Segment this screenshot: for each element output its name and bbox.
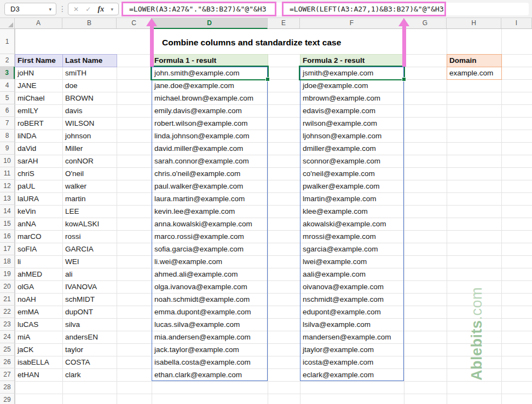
fill-handle-f3[interactable] xyxy=(402,77,406,81)
enter-icon[interactable]: ✓ xyxy=(85,5,91,13)
cell-b5[interactable]: BROWN xyxy=(63,92,118,104)
cell-b27[interactable]: clark xyxy=(63,368,118,381)
cell-a26[interactable]: isabELLA xyxy=(15,356,64,368)
header-last-name[interactable]: Last Name xyxy=(62,54,117,67)
name-box-dropdown-icon[interactable]: ▾ xyxy=(49,7,51,12)
column-header-d[interactable]: D xyxy=(152,18,268,29)
cell-a11[interactable]: chriS xyxy=(15,167,64,180)
cell-a23[interactable]: luCAS xyxy=(15,318,64,331)
cell-b10[interactable]: conNOR xyxy=(63,155,118,167)
cell-domain-value[interactable]: example.com xyxy=(447,67,502,80)
cell-a22[interactable]: emMA xyxy=(15,306,64,318)
column-header-b[interactable]: B xyxy=(62,18,117,29)
row-header-23[interactable]: 23 xyxy=(0,318,15,331)
row-header-18[interactable]: 18 xyxy=(0,255,15,268)
row-header-21[interactable]: 21 xyxy=(0,293,15,306)
row-header-13[interactable]: 13 xyxy=(0,192,15,205)
cell-a3[interactable]: joHN xyxy=(15,67,64,79)
cell-a24[interactable]: miA xyxy=(15,331,64,343)
row-header-19[interactable]: 19 xyxy=(0,268,15,280)
cell-b4[interactable]: doe xyxy=(63,79,118,92)
cell-b21[interactable]: schMIDT xyxy=(63,293,118,306)
cell-a14[interactable]: keVin xyxy=(15,205,64,218)
sheet-title-cell[interactable]: Combine columns and standardize text cas… xyxy=(152,29,414,54)
column-header-g[interactable]: G xyxy=(404,18,447,29)
row-header-11[interactable]: 11 xyxy=(0,167,15,180)
row-header-5[interactable]: 5 xyxy=(0,92,15,104)
cell-a5[interactable]: miChael xyxy=(15,92,64,104)
row-header-10[interactable]: 10 xyxy=(0,155,15,167)
cancel-icon[interactable]: ✕ xyxy=(73,5,79,13)
cell-b9[interactable]: Miller xyxy=(63,142,118,155)
row-header-7[interactable]: 7 xyxy=(0,117,15,130)
column-header-e[interactable]: E xyxy=(268,18,300,29)
cell-b7[interactable]: WILSON xyxy=(63,117,118,130)
row-header-15[interactable]: 15 xyxy=(0,218,15,230)
cell-b3[interactable]: smiTH xyxy=(63,67,118,79)
cell-b6[interactable]: davis xyxy=(63,104,118,117)
cell-a12[interactable]: paUL xyxy=(15,180,64,192)
cell-b24[interactable]: andersEN xyxy=(63,331,118,343)
column-header-i[interactable]: I xyxy=(501,18,532,29)
cell-a6[interactable]: emILY xyxy=(15,104,64,117)
row-header-28[interactable]: 28 xyxy=(0,381,15,394)
row-header-2[interactable]: 2 xyxy=(0,54,15,67)
cell-a18[interactable]: li xyxy=(15,255,64,268)
cell-a20[interactable]: olGA xyxy=(15,280,64,293)
cell-a16[interactable]: marCO xyxy=(15,230,64,243)
column-header-h[interactable]: H xyxy=(447,18,501,29)
cell-b12[interactable]: walker xyxy=(63,180,118,192)
cell-a27[interactable]: etHAN xyxy=(15,368,64,381)
cell-b13[interactable]: martin xyxy=(63,192,118,205)
row-header-8[interactable]: 8 xyxy=(0,130,15,142)
cell-a7[interactable]: roBERT xyxy=(15,117,64,130)
insert-function-icon[interactable]: fx xyxy=(98,5,105,14)
header-domain[interactable]: Domain xyxy=(447,54,502,67)
cell-b17[interactable]: GARCIA xyxy=(63,243,118,255)
cell-b11[interactable]: O'neil xyxy=(63,167,118,180)
row-header-26[interactable]: 26 xyxy=(0,356,15,368)
cell-a25[interactable]: jaCK xyxy=(15,343,64,356)
cell-a10[interactable]: sarAH xyxy=(15,155,64,167)
column-header-a[interactable]: A xyxy=(15,18,62,29)
cell-a9[interactable]: daVid xyxy=(15,142,64,155)
cell-b23[interactable]: silva xyxy=(63,318,118,331)
grip-dots-icon[interactable]: ⋮ xyxy=(59,4,66,13)
row-header-25[interactable]: 25 xyxy=(0,343,15,356)
cell-b25[interactable]: taylor xyxy=(63,343,118,356)
cell-b20[interactable]: IVANOVA xyxy=(63,280,118,293)
row-header-24[interactable]: 24 xyxy=(0,331,15,343)
row-header-3[interactable]: 3 xyxy=(0,67,15,79)
row-header-14[interactable]: 14 xyxy=(0,205,15,218)
cell-b15[interactable]: kowALSKI xyxy=(63,218,118,230)
cell-a4[interactable]: JANE xyxy=(15,79,64,92)
fx-dropdown-icon[interactable]: ▾ xyxy=(111,7,113,12)
cell-a21[interactable]: noAH xyxy=(15,293,64,306)
select-all-button[interactable] xyxy=(0,18,15,29)
cell-a13[interactable]: laURA xyxy=(15,192,64,205)
cell-a19[interactable]: ahMED xyxy=(15,268,64,280)
row-header-9[interactable]: 9 xyxy=(0,142,15,155)
row-header-6[interactable]: 6 xyxy=(0,104,15,117)
cell-b18[interactable]: WEI xyxy=(63,255,118,268)
cell-b16[interactable]: rossi xyxy=(63,230,118,243)
cell-b26[interactable]: COSTA xyxy=(63,356,118,368)
cell-b19[interactable]: ali xyxy=(63,268,118,280)
row-header-4[interactable]: 4 xyxy=(0,79,15,92)
header-first-name[interactable]: First Name xyxy=(15,54,63,67)
row-header-16[interactable]: 16 xyxy=(0,230,15,243)
cell-b22[interactable]: dupONT xyxy=(63,306,118,318)
row-header-1[interactable]: 1 xyxy=(0,29,15,54)
cell-a17[interactable]: soFIA xyxy=(15,243,64,255)
row-header-29[interactable]: 29 xyxy=(0,394,15,404)
cell-a15[interactable]: anNA xyxy=(15,218,64,230)
column-header-f[interactable]: F xyxy=(300,18,404,29)
row-header-22[interactable]: 22 xyxy=(0,306,15,318)
row-header-27[interactable]: 27 xyxy=(0,368,15,381)
cell-a8[interactable]: liNDA xyxy=(15,130,64,142)
row-header-20[interactable]: 20 xyxy=(0,280,15,293)
cell-b8[interactable]: johnson xyxy=(63,130,118,142)
row-header-17[interactable]: 17 xyxy=(0,243,15,255)
name-box[interactable]: D3 ▾ xyxy=(4,3,56,15)
row-header-12[interactable]: 12 xyxy=(0,180,15,192)
